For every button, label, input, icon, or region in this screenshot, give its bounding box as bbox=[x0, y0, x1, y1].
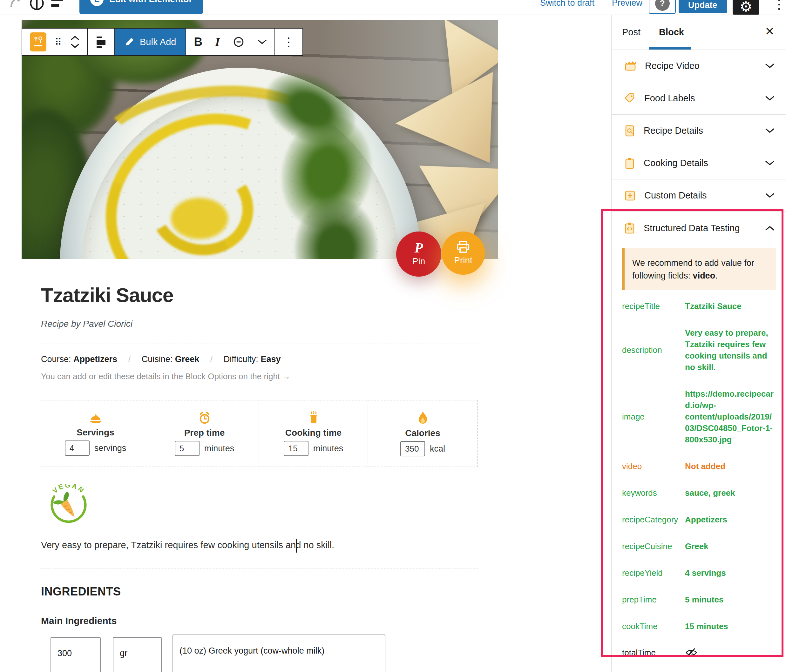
question-mark-icon: ? bbox=[655, 0, 670, 11]
alarm-clock-icon bbox=[198, 411, 212, 425]
detail-calories: Calories350kcal bbox=[368, 400, 477, 466]
accordion-cooking-details[interactable]: Cooking Details bbox=[612, 147, 786, 179]
help-button[interactable]: ? bbox=[649, 0, 676, 14]
text-cursor bbox=[296, 539, 297, 553]
link-button[interactable] bbox=[233, 36, 245, 48]
cloche-icon bbox=[88, 411, 103, 425]
list-view-icon[interactable] bbox=[51, 0, 64, 12]
sidebar-accordions: Recipe VideoFood LabelsRecipe DetailsCoo… bbox=[612, 50, 786, 212]
code-clipboard-icon bbox=[624, 222, 635, 234]
detail-value-input[interactable]: 5 bbox=[175, 441, 200, 456]
align-icon bbox=[95, 36, 107, 48]
sd-field-prepTime: prepTime5 minutes bbox=[622, 594, 776, 605]
chevron-down-icon bbox=[765, 128, 775, 133]
link-icon bbox=[233, 36, 245, 48]
options-kebab-icon[interactable]: ⋮ bbox=[773, 0, 785, 11]
recipe-title[interactable]: Tzatziki Sauce bbox=[41, 284, 173, 306]
sd-field-recipeYield: recipeYield4 servings bbox=[622, 567, 776, 579]
sd-field-key: image bbox=[622, 412, 685, 422]
kebab-icon: ⋮ bbox=[283, 35, 295, 49]
tab-post[interactable]: Post bbox=[622, 27, 640, 38]
detail-value-input[interactable]: 15 bbox=[284, 441, 308, 456]
difficulty-value: Easy bbox=[261, 355, 281, 364]
sd-field-value: Very easy to prepare, Tzatziki requires … bbox=[685, 327, 776, 373]
clapperboard-icon bbox=[624, 61, 637, 71]
wordpress-block-editor: E Edit with Elementor Switch to draft Pr… bbox=[0, 0, 786, 672]
print-button[interactable]: Print bbox=[442, 231, 485, 275]
pinterest-icon: P bbox=[415, 242, 423, 254]
sd-field-image: imagehttps://demo.recipecard.io/wp-conte… bbox=[622, 388, 776, 445]
sd-field-recipeCategory: recipeCategoryAppetizers bbox=[622, 514, 776, 525]
block-toolbar: ⠿ Bulk Add B I bbox=[22, 28, 303, 56]
warning-field: video bbox=[693, 271, 715, 280]
accordion-recipe-details[interactable]: Recipe Details bbox=[612, 115, 786, 147]
sd-field-video: videoNot added bbox=[622, 460, 776, 472]
move-block-control[interactable] bbox=[71, 36, 79, 48]
detail-value-input[interactable]: 350 bbox=[400, 441, 425, 456]
cuisine-label: Cuisine: bbox=[142, 355, 173, 364]
ingredient-amount-input[interactable]: 300 bbox=[50, 637, 101, 672]
ingredient-name-input[interactable]: (10 oz) Greek yogurt (cow-whole milk) bbox=[173, 634, 385, 672]
italic-button[interactable]: I bbox=[215, 35, 220, 49]
chevron-down-icon bbox=[257, 39, 267, 44]
detail-value-input[interactable]: 4 bbox=[65, 441, 90, 456]
bulk-add-button[interactable]: Bulk Add bbox=[115, 28, 186, 55]
chevron-down-icon bbox=[71, 44, 79, 48]
accordion-recipe-video[interactable]: Recipe Video bbox=[612, 50, 786, 82]
sd-field-key: cookTime bbox=[622, 622, 685, 631]
cuisine-value: Greek bbox=[175, 355, 200, 364]
print-label: Print bbox=[454, 255, 472, 265]
accordion-structured-data-testing[interactable]: Structured Data Testing bbox=[612, 212, 786, 244]
chevron-down-icon bbox=[765, 96, 775, 101]
sd-field-value bbox=[685, 647, 776, 658]
align-button[interactable] bbox=[88, 28, 115, 55]
sd-field-key: description bbox=[622, 345, 685, 355]
drag-handle-icon[interactable]: ⠿ bbox=[55, 36, 62, 48]
ingredient-unit-input[interactable]: gr bbox=[113, 637, 162, 672]
accordion-custom-details[interactable]: Custom Details bbox=[612, 179, 786, 212]
settings-gear-button[interactable]: ⚙ bbox=[733, 0, 759, 15]
meta-separator: / bbox=[128, 355, 131, 364]
recipe-meta-line: Course: Appetizers / Cuisine: Greek / Di… bbox=[41, 355, 281, 364]
bulk-add-label: Bulk Add bbox=[140, 37, 176, 47]
info-icon[interactable] bbox=[29, 0, 44, 11]
chevron-down-icon bbox=[765, 160, 775, 166]
tag-icon bbox=[624, 93, 636, 104]
close-sidebar-icon[interactable]: ✕ bbox=[765, 26, 775, 37]
gear-icon: ⚙ bbox=[740, 0, 752, 15]
redo-icon[interactable] bbox=[9, 0, 24, 8]
sd-field-key: video bbox=[622, 462, 685, 471]
accordion-food-labels[interactable]: Food Labels bbox=[612, 82, 786, 115]
switch-to-draft-link[interactable]: Switch to draft bbox=[540, 0, 594, 8]
block-options-button[interactable]: ⋮ bbox=[275, 28, 302, 55]
active-tab-underline bbox=[649, 47, 691, 50]
pin-button[interactable]: P Pin bbox=[396, 231, 441, 276]
detail-unit: servings bbox=[94, 443, 126, 453]
structured-data-fields: recipeTitleTzatziki SaucedescriptionVery… bbox=[622, 300, 776, 658]
vegan-label: VEGAN bbox=[51, 484, 86, 495]
chevron-down-icon bbox=[765, 193, 775, 198]
sd-field-totalTime: totalTime bbox=[622, 647, 776, 658]
printer-icon bbox=[456, 241, 470, 253]
sd-field-key: prepTime bbox=[622, 595, 685, 604]
sd-field-description: descriptionVery easy to prepare, Tzatzik… bbox=[622, 327, 776, 373]
ingredients-group-title[interactable]: Main Ingredients bbox=[41, 615, 116, 626]
detail-label: Prep time bbox=[184, 428, 225, 438]
format-dropdown-button[interactable] bbox=[257, 39, 267, 44]
recipe-description[interactable]: Very easy to prepare, Tzatziki requires … bbox=[41, 540, 334, 550]
sd-field-keywords: keywordssauce, greek bbox=[622, 487, 776, 499]
preview-link[interactable]: Preview bbox=[612, 0, 642, 8]
update-button[interactable]: Update bbox=[679, 0, 727, 13]
edit-with-elementor-button[interactable]: E Edit with Elementor bbox=[79, 0, 203, 14]
tab-block[interactable]: Block bbox=[659, 27, 684, 38]
detail-label: Cooking time bbox=[285, 428, 341, 438]
recipe-card-block-icon[interactable] bbox=[30, 32, 46, 52]
course-label: Course: bbox=[41, 355, 71, 364]
bold-button[interactable]: B bbox=[194, 35, 202, 49]
sidebar-tabs: Post Block ✕ bbox=[612, 15, 786, 50]
warning-text: . bbox=[715, 271, 718, 280]
recipe-details-grid: Servings4servingsPrep time5minutesCookin… bbox=[41, 400, 478, 467]
sd-field-value: Greek bbox=[685, 540, 776, 552]
chevron-down-icon bbox=[765, 63, 775, 69]
chevron-up-icon bbox=[71, 36, 79, 40]
